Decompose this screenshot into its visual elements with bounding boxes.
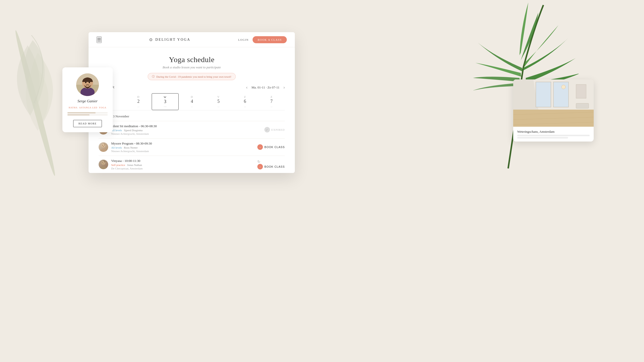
nav-actions: LOGIN BOOK A CLASS <box>238 36 287 43</box>
svg-rect-29 <box>536 82 551 107</box>
day-tuesday[interactable]: D 2 ... <box>125 93 151 110</box>
filter-bar: ≡ FILTER ‹ Ma. 01-11 · Zo 07-11 › <box>99 85 285 90</box>
day-letter: W <box>153 96 177 99</box>
profile-tag-astanga: ASTANGA LED <box>79 106 97 109</box>
profile-card: Serge Ganier HATHA ASTANGA LED YOGA READ… <box>62 67 113 132</box>
studio-description <box>517 135 590 139</box>
class-info: Vinyasa - 10:00-11:30 Self practice Jona… <box>111 159 254 170</box>
day-thursday[interactable]: D 4 ... <box>179 93 205 110</box>
day-wednesday[interactable]: W 3 --- <box>152 93 179 110</box>
svg-point-9 <box>102 145 103 146</box>
day-letter: Z <box>259 95 284 98</box>
svg-rect-32 <box>576 84 586 98</box>
date-range: Ma. 01-11 · Zo 07-11 <box>252 85 279 89</box>
level-badge: Self practice <box>111 163 125 166</box>
class-list: Silent Sit meditation - 06:30-08:30 All … <box>99 121 285 173</box>
day-dots: ... <box>206 105 231 108</box>
instructor-name: Sjperd Dragtsma <box>124 129 142 132</box>
profile-tags: HATHA ASTANGA LED YOGA <box>67 106 108 109</box>
logo-text: DELIGHT YOGA <box>155 38 190 42</box>
day-dots: ... <box>259 105 284 108</box>
prev-week-button[interactable]: ‹ <box>246 85 247 90</box>
day-saturday[interactable]: Z 6 ... <box>232 93 258 110</box>
day-number: 6 <box>233 99 257 104</box>
browser-window: ☰ ⊙ DELIGHT YOGA LOGIN BOOK A CLASS Yoga… <box>89 32 295 173</box>
class-title: Vinyasa - 10:00-11:30 <box>111 159 254 163</box>
desc-line <box>517 137 568 139</box>
main-content: Yoga schedule Book a studio lesson you w… <box>89 47 295 173</box>
day-friday[interactable]: V 5 ... <box>205 93 232 110</box>
profile-tag-hatha: HATHA <box>69 106 78 109</box>
day-number: 3 <box>153 99 177 104</box>
class-title: Silent Sit meditation - 06:30-08:30 <box>111 124 261 128</box>
page-title: Yoga schedule <box>99 55 285 64</box>
day-sunday[interactable]: Z 7 ... <box>258 93 285 110</box>
logo: ⊙ DELIGHT YOGA <box>149 37 190 42</box>
class-meta: All levels Roos Neeter <box>111 146 254 149</box>
covid-notice-text: During the Covid - 19 pandemic you need … <box>156 75 231 78</box>
level-badge: All levels <box>111 129 122 132</box>
studio-location: Weteringschans, Amsterdam <box>517 130 590 134</box>
expired-circle-icon: ✓ <box>264 127 270 132</box>
book-label: BOOK CLASS <box>264 165 285 168</box>
day-strip: M 1 ... D 2 ... W 3 --- D 4 ... V 5 <box>99 93 285 110</box>
svg-point-21 <box>89 82 90 83</box>
class-action: ✓ EXPIRED <box>264 127 285 132</box>
class-action[interactable]: → BOOK CLASS <box>257 144 285 150</box>
instructor-name: Roos Neeter <box>124 146 138 149</box>
svg-point-7 <box>100 149 107 152</box>
expired-badge: ✓ EXPIRED <box>264 127 285 132</box>
day-dots: --- <box>153 105 177 108</box>
instructor-name: Jonas Nathan <box>127 163 142 166</box>
class-action: ↻ → BOOK CLASS <box>257 159 285 169</box>
class-location: Nieuwe Achtergracht, Amsterdam <box>111 150 254 153</box>
day-letter: Z <box>233 95 257 98</box>
book-icon: → <box>257 144 263 150</box>
day-dots: ... <box>180 105 204 108</box>
profile-name: Serge Ganier <box>67 99 108 103</box>
login-button[interactable]: LOGIN <box>238 38 249 41</box>
loading-icon: ↻ <box>257 160 260 164</box>
studio-photo <box>513 79 594 127</box>
day-dots: ... <box>126 105 150 108</box>
class-row: Silent Sit meditation - 06:30-08:30 All … <box>99 121 285 138</box>
section-day-label: Woensdag 3 November <box>99 114 285 118</box>
day-number: 4 <box>180 99 204 104</box>
read-more-button[interactable]: READ MORE <box>73 120 102 127</box>
logo-icon: ⊙ <box>149 37 153 42</box>
class-info: Mysore Program - 08:30-09:30 All levels … <box>111 142 254 153</box>
next-week-button[interactable]: › <box>284 85 285 90</box>
menu-icon[interactable]: ☰ <box>97 36 102 43</box>
svg-point-20 <box>85 82 87 83</box>
day-dots: ... <box>233 105 257 108</box>
expired-label: EXPIRED <box>271 128 285 131</box>
date-navigation: ‹ Ma. 01-11 · Zo 07-11 › <box>246 85 285 90</box>
day-letter: D <box>180 95 204 98</box>
studio-card: Weteringschans, Amsterdam <box>513 79 594 142</box>
book-class-button[interactable]: → BOOK CLASS <box>257 164 285 169</box>
instructor-avatar <box>99 142 108 152</box>
day-number: 5 <box>206 99 231 104</box>
book-icon: → <box>257 164 263 169</box>
class-row: Mysore Program - 08:30-09:30 All levels … <box>99 138 285 156</box>
day-number: 7 <box>259 99 284 104</box>
svg-point-12 <box>100 166 107 169</box>
class-location: De Clercqstraat, Amsterdam <box>111 167 254 170</box>
day-letter: D <box>126 95 150 98</box>
class-location: Nieuwe Achtergracht, Amsterdam <box>111 132 261 135</box>
class-meta: All levels Sjperd Dragtsma <box>111 129 261 132</box>
class-row: Vinyasa - 10:00-11:30 Self practice Jona… <box>99 156 285 173</box>
book-class-nav-button[interactable]: BOOK A CLASS <box>253 36 287 43</box>
svg-point-31 <box>561 85 566 89</box>
svg-point-10 <box>104 145 104 146</box>
profile-bar-2 <box>67 114 108 115</box>
svg-rect-33 <box>576 103 589 108</box>
instructor-avatar <box>99 160 108 169</box>
info-icon: ⓘ <box>152 75 155 78</box>
book-class-button[interactable]: → BOOK CLASS <box>257 144 285 150</box>
svg-rect-30 <box>553 82 569 107</box>
studio-info: Weteringschans, Amsterdam <box>513 127 594 142</box>
svg-point-15 <box>104 162 104 163</box>
svg-point-0 <box>13 29 58 177</box>
desc-line <box>517 135 590 136</box>
